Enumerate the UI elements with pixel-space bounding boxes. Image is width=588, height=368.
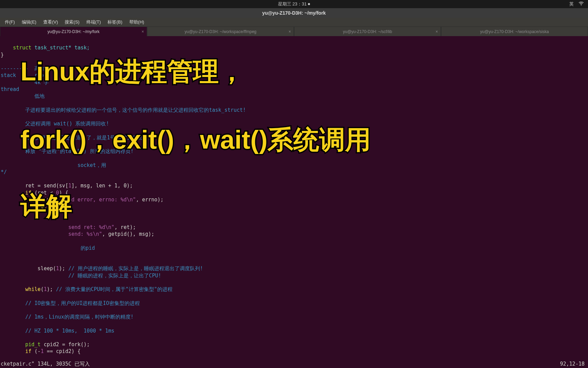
code-text: [1, 348, 25, 354]
status-right: 92,12-18: [560, 361, 585, 367]
system-topbar: 星期三 23：31 英: [0, 0, 588, 8]
tab-label: yu@yu-Z170-D3H: ~/workspace/ffmpeg: [184, 29, 256, 34]
code-text: if: [25, 348, 31, 354]
menu-edit[interactable]: 编辑(E): [19, 18, 39, 26]
menu-tabs[interactable]: 标签(B): [105, 18, 125, 26]
code-text: ret = send(sv[: [1, 183, 68, 189]
code-text: , getpid(), msg);: [102, 231, 154, 237]
code-text: // 睡眠的进程，实际上是，让出了CPU!: [68, 273, 161, 279]
code-text: // 1ms，Linux的调度间隔，时钟中断的精度!: [1, 314, 134, 320]
code-text: 1: [68, 183, 71, 189]
code-text: // HZ 100 * 10ms, 1000 * 1ms: [1, 328, 114, 334]
svg-point-0: [581, 5, 582, 5]
code-text: 低地: [34, 93, 45, 99]
overlay-title-line3: 详解: [20, 189, 72, 224]
status-left: cketpair.c" 134L, 3035C 已写入: [1, 361, 90, 367]
code-text: // 浪费大量的CPU时间，属于"计算密集型"的进程: [56, 286, 173, 292]
menubar: 件(F) 编辑(E) 查看(V) 搜索(S) 终端(T) 标签(B) 帮助(H): [0, 18, 588, 27]
code-text: );: [59, 265, 68, 272]
code-text: pid_t: [25, 341, 40, 348]
code-text: sleep(: [1, 265, 56, 272]
vim-statusline: cketpair.c" 134L, 3035C 已写入 92,12-18: [1, 361, 585, 367]
menu-search[interactable]: 搜索(S): [62, 18, 82, 26]
code-text: [1, 162, 78, 168]
menu-help[interactable]: 帮助(H): [127, 18, 147, 26]
code-text: , errno);: [136, 197, 163, 203]
terminal-tabbar: yu@yu-Z170-D3H: ~/my/fork × yu@yu-Z170-D…: [0, 27, 588, 36]
code-text: // 用户进程的睡眠，实际上是，睡眠进程退出了调度队列!: [68, 265, 203, 272]
code-text: send: %s\n": [68, 231, 102, 237]
menu-file[interactable]: 件(F): [2, 18, 18, 26]
menu-terminal[interactable]: 终端(T): [84, 18, 104, 26]
terminal-tab-3[interactable]: yu@yu-Z170-D3H: ~/workspace/siska: [441, 27, 588, 36]
input-method-indicator[interactable]: 英: [569, 1, 574, 7]
code-text: 1: [56, 265, 59, 272]
code-text: task_struct* task;: [31, 45, 90, 51]
overlay-title-line1: Linux的进程管理，: [20, 55, 245, 90]
code-text: [1, 224, 68, 230]
code-text: [1, 273, 68, 279]
code-text: [1, 231, 68, 237]
window-titlebar: yu@yu-Z170-D3H: ~/my/fork: [0, 8, 588, 18]
overlay-title-line2: fork()，exit()，wait()系统调用: [20, 123, 371, 158]
close-icon[interactable]: ×: [436, 29, 438, 34]
menu-view[interactable]: 查看(V): [40, 18, 61, 26]
close-icon[interactable]: ×: [142, 29, 144, 34]
code-text: socket，用: [78, 162, 106, 168]
terminal-tab-0[interactable]: yu@yu-Z170-D3H: ~/my/fork ×: [0, 27, 147, 36]
code-text: 子进程要退出的时候给父进程的一个信号，这个信号的作用就是让父进程回收它的task…: [1, 107, 246, 113]
code-text: // IO密集型，用户的UI进程都是IO密集型的进程: [1, 300, 140, 306]
code-text: (-: [31, 348, 40, 354]
tab-label: yu@yu-Z170-D3H: ~/scf/lib: [343, 29, 392, 34]
code-text: , ret);: [114, 224, 136, 230]
dot-indicator: [308, 3, 310, 5]
tab-label: yu@yu-Z170-D3H: ~/workspace/siska: [480, 29, 549, 34]
code-text: }: [1, 52, 4, 58]
window-title: yu@yu-Z170-D3H: ~/my/fork: [262, 10, 326, 16]
code-text: );: [47, 286, 56, 292]
close-icon[interactable]: ×: [289, 29, 291, 34]
tab-label: yu@yu-Z170-D3H: ~/my/fork: [47, 29, 99, 34]
wifi-icon[interactable]: [578, 2, 584, 7]
code-text: [1, 341, 25, 348]
code-text: cpid2 = fork();: [40, 341, 90, 348]
code-text: */: [1, 169, 7, 175]
code-text: [1, 286, 25, 292]
code-text: send ret: %d\n": [68, 224, 114, 230]
terminal-tab-2[interactable]: yu@yu-Z170-D3H: ~/scf/lib ×: [294, 27, 441, 36]
code-text: [1, 93, 34, 99]
code-text: struct: [1, 45, 31, 51]
topbar-datetime: 星期三 23：31: [278, 1, 307, 7]
code-text: [1, 245, 81, 251]
terminal-tab-1[interactable]: yu@yu-Z170-D3H: ~/workspace/ffmpeg ×: [147, 27, 294, 36]
code-text: ], msg, len + 1, 0);: [71, 183, 133, 189]
code-text: while: [25, 286, 40, 292]
code-text: == cpid2) {: [44, 348, 80, 354]
code-text: 的pid: [81, 245, 95, 251]
